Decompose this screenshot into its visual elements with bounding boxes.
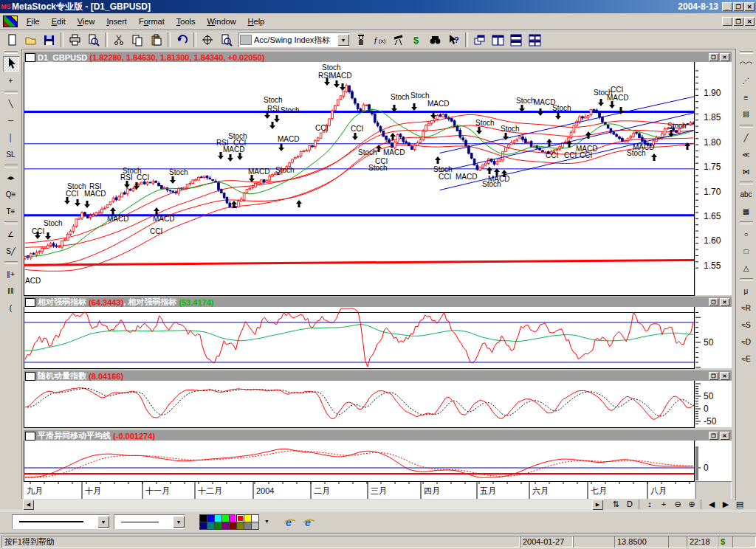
plot-rsi[interactable]: [24, 307, 695, 369]
cut-button[interactable]: [111, 32, 128, 48]
semilog-scale-tool[interactable]: SL: [3, 147, 19, 162]
indicator-pointer-tool[interactable]: μ: [738, 283, 755, 299]
regression-s-tool[interactable]: ≈S: [738, 317, 755, 333]
tile-vertical-button[interactable]: [489, 32, 506, 48]
pane-restore-button[interactable]: ❐: [709, 53, 718, 61]
ellipse-tool[interactable]: ○: [738, 227, 755, 242]
fibonacci-timezones-tool[interactable]: ‖‖: [738, 107, 755, 122]
print-preview-button[interactable]: [85, 32, 102, 48]
menu-file[interactable]: File: [21, 15, 46, 28]
menu-insert[interactable]: Insert: [100, 15, 133, 28]
new-document-button[interactable]: [4, 32, 21, 48]
restore-button[interactable]: ❐: [733, 2, 743, 11]
trendline-tool[interactable]: ╲: [3, 96, 19, 111]
doc-close-button[interactable]: ✕: [744, 17, 755, 26]
pane-title-macd[interactable]: 平滑异同移动平均线 (-0.001274)❐✕: [24, 429, 732, 441]
tirone-levels-tool[interactable]: T≡: [3, 204, 19, 219]
combo-dropdown-button[interactable]: ▼: [337, 34, 349, 46]
context-help-button[interactable]: ?: [445, 32, 462, 48]
cycle-arc-tool[interactable]: (: [3, 300, 19, 316]
trendline-draw-tool[interactable]: ╱: [738, 130, 755, 145]
palette-dropdown-button[interactable]: ▼: [264, 519, 269, 524]
triangle-tool[interactable]: △: [738, 260, 755, 276]
plot-price[interactable]: ACDCCIStochStochRSICCIMACDMACDCCIMACDSto…: [24, 62, 695, 296]
pane-close-button[interactable]: ✕: [720, 298, 729, 306]
grid-tool[interactable]: ⋈: [738, 164, 755, 179]
horizontal-line-tool[interactable]: ─: [3, 113, 19, 128]
page-next-button[interactable]: ▶: [719, 499, 732, 509]
data-grid-tool[interactable]: ▦: [738, 204, 755, 219]
regression-e-tool[interactable]: ≈E: [738, 351, 755, 367]
periodicity-daily-button[interactable]: D: [623, 499, 636, 509]
explorer-button[interactable]: [390, 32, 407, 48]
zoom-out-button[interactable]: ⊖: [671, 499, 684, 509]
pane-close-button[interactable]: ✕: [720, 372, 729, 380]
pane-system-box[interactable]: [25, 372, 35, 381]
pointer-tool[interactable]: [3, 56, 19, 72]
vertical-line-tool[interactable]: │: [3, 130, 19, 145]
line-style-combo[interactable]: ▼: [12, 514, 109, 529]
refresh-button[interactable]: ⇅: [609, 499, 622, 509]
pane-close-button[interactable]: ✕: [720, 53, 729, 61]
pane-title-price[interactable]: D1_GBPUSD (1.82280, 1.84630, 1.81300, 1.…: [24, 51, 732, 63]
copy-button[interactable]: [129, 32, 146, 48]
plot-stoch[interactable]: [24, 381, 695, 428]
browser-button-1[interactable]: e: [281, 514, 298, 530]
tile-horizontal-button[interactable]: [508, 32, 525, 48]
minimize-button[interactable]: _: [722, 2, 732, 11]
rectangle-tool[interactable]: □: [738, 244, 755, 259]
pane-close-button[interactable]: ✕: [720, 432, 729, 440]
system-tester-button[interactable]: $: [408, 32, 425, 48]
pane-title-rsi[interactable]: 相对强弱指标 (64.3443), 相对强弱指标 (53.4174)❐✕: [24, 296, 732, 308]
indicator-quicklist-combo[interactable]: Acc/Swing Index指标▼: [238, 32, 349, 47]
vertical-grid-tool[interactable]: ‖‖: [3, 283, 19, 299]
tile-quad-button[interactable]: [526, 32, 543, 48]
crosshair-tool[interactable]: +: [3, 73, 19, 89]
combo-dropdown-button[interactable]: ▼: [173, 516, 185, 528]
fibonacci-fan-tool[interactable]: ⋰: [738, 73, 755, 89]
hscroll-track[interactable]: [34, 500, 592, 510]
raff-regression-tool[interactable]: ∥+: [3, 266, 19, 282]
browser-button-2[interactable]: e: [300, 514, 317, 530]
hscroll-left-button[interactable]: ◀: [23, 500, 34, 510]
quadrant-lines-tool[interactable]: Q≡: [3, 187, 19, 202]
combo-dropdown-button[interactable]: ▼: [97, 516, 109, 528]
fibonacci-arcs-tool[interactable]: ◠◠: [738, 56, 755, 72]
speed-lines-tool[interactable]: S╱: [3, 244, 19, 259]
doc-restore-button[interactable]: ❐: [733, 17, 743, 26]
scroll-arrows-tool[interactable]: ◂▸: [3, 170, 19, 185]
plot-macd[interactable]: [24, 441, 695, 482]
pane-restore-button[interactable]: ❐: [709, 432, 718, 440]
pane-restore-button[interactable]: ❐: [709, 298, 718, 306]
color-swatch-15[interactable]: [251, 522, 259, 530]
expert-advisor-button[interactable]: [353, 32, 370, 48]
hscroll-right-button[interactable]: ▶: [592, 500, 603, 510]
pane-title-stoch[interactable]: 随机动量指数 (8.04166)❐✕: [24, 370, 732, 381]
menu-tools[interactable]: Tools: [171, 15, 202, 28]
doc-minimize-button[interactable]: _: [722, 17, 732, 26]
pane-system-box[interactable]: [25, 432, 35, 441]
regression-r-tool[interactable]: ≈R: [738, 300, 755, 316]
zoom-in-button[interactable]: ⊕: [685, 499, 698, 509]
layout-button[interactable]: ▤: [733, 499, 746, 509]
search-button[interactable]: [427, 32, 444, 48]
crosshair-button[interactable]: [199, 32, 216, 48]
menu-help[interactable]: Help: [242, 15, 271, 28]
print-button[interactable]: [66, 32, 83, 48]
open-file-button[interactable]: [22, 32, 39, 48]
close-button[interactable]: ✕: [744, 2, 755, 11]
page-previous-button[interactable]: ◀: [705, 499, 718, 509]
text-tool[interactable]: abc: [738, 187, 755, 202]
save-button[interactable]: [41, 32, 58, 48]
pane-restore-button[interactable]: ❐: [709, 372, 718, 380]
menu-format[interactable]: Format: [133, 15, 171, 28]
indicator-builder-button[interactable]: f(x): [371, 32, 388, 48]
fan-lines-tool[interactable]: ≪: [738, 147, 755, 162]
zoom-document-button[interactable]: [218, 32, 235, 48]
angle-tool[interactable]: ∠: [3, 227, 19, 242]
menu-edit[interactable]: Edit: [46, 15, 72, 28]
menu-view[interactable]: View: [72, 15, 101, 28]
pane-system-box[interactable]: [25, 298, 35, 307]
cascade-windows-button[interactable]: [471, 32, 488, 48]
line-weight-combo[interactable]: ▼: [114, 514, 185, 529]
